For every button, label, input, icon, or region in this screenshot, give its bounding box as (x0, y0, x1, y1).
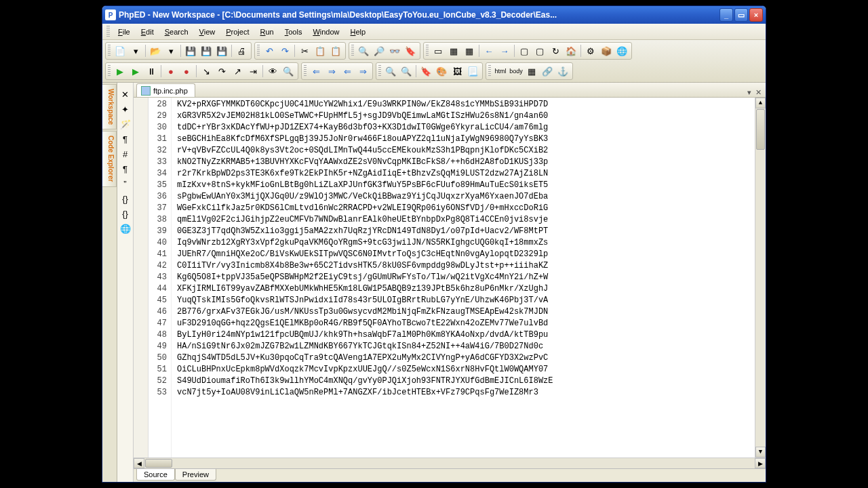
window-icon[interactable]: ▭ (431, 44, 446, 58)
toolbar-handle[interactable] (351, 45, 354, 57)
anchor-icon[interactable]: ⚓ (555, 64, 570, 78)
toolbar-handle[interactable] (488, 65, 491, 77)
toolbar-handle[interactable] (304, 65, 307, 77)
code-line[interactable]: seBGCHihEa8KfcDfM6XfSPLgqBj39J5JoNr0rw46… (177, 134, 752, 145)
new-file-icon[interactable]: 📄 (113, 44, 127, 58)
arrow-right-icon[interactable]: ⇒ (355, 64, 370, 78)
refresh-icon[interactable]: ↻ (548, 44, 563, 58)
binoculars-icon[interactable]: 👓 (387, 44, 402, 58)
menu-handle[interactable] (106, 26, 110, 38)
eval-icon[interactable]: 🔍 (281, 64, 296, 78)
brace-icon[interactable]: {} (119, 207, 132, 220)
watch-icon[interactable]: 👁 (265, 64, 280, 78)
tab-close-icon[interactable]: ✕ (755, 88, 762, 97)
step-over-icon[interactable]: ↷ (214, 64, 229, 78)
sidebar-tab-workspace[interactable]: Workspace (102, 84, 117, 129)
toolbar-handle[interactable] (378, 65, 381, 77)
find-icon[interactable]: 🔍 (356, 44, 371, 58)
save-all-icon[interactable]: 💾 (214, 44, 229, 58)
hash-icon[interactable]: # (119, 148, 132, 160)
close-icon[interactable]: ✕ (119, 88, 132, 100)
grid-icon[interactable]: ▦ (446, 44, 461, 58)
menu-help[interactable]: Help (345, 26, 372, 38)
tag-icon[interactable]: 🔖 (418, 64, 433, 78)
menu-window[interactable]: Window (307, 26, 344, 38)
titlebar[interactable]: P PhpED - New Workspace - [C:\Documents … (102, 6, 766, 24)
toolbar-handle[interactable] (257, 45, 260, 57)
browser-icon[interactable]: 🌐 (614, 44, 629, 58)
paragraph-icon[interactable]: ¶ (119, 133, 132, 145)
table-icon[interactable]: ▦ (524, 64, 539, 78)
find-all-icon[interactable]: 🔍 (399, 64, 414, 78)
code-line[interactable]: JUEhR7/QmniHQXe2oC/BiVsKwUEkSITpwVQSC6N0… (177, 249, 752, 260)
breakpoint-icon[interactable]: ● (163, 64, 178, 78)
html-tag-icon[interactable]: html (493, 64, 508, 78)
tab-dropdown-icon[interactable]: ▾ (747, 88, 751, 97)
close-button[interactable]: × (749, 8, 763, 22)
code-line[interactable]: xGR3VR5X2vJEM02H81kLO0SeTWWC+FUpHMfL5j+s… (177, 110, 752, 122)
save-icon[interactable]: 💾 (183, 44, 198, 58)
minimize-button[interactable]: _ (719, 8, 733, 22)
step-out-icon[interactable]: ↗ (230, 64, 245, 78)
image-icon[interactable]: 🖼 (450, 64, 465, 78)
scroll-right-icon[interactable]: ▶ (755, 458, 766, 468)
code-line[interactable]: KV2+pRXGFYMMKDT60CKpcjU0C4lMUcYW2Whix1/E… (177, 99, 752, 110)
code-line[interactable]: C0I1iTVr/vy3Inicmb8X4b8Be3w+65C2TidvsHTK… (177, 260, 752, 272)
paste-icon[interactable]: 📋 (328, 44, 343, 58)
code-line[interactable]: HA/nSiG9tNr6Jx02mJZG7B2w1LZMNdKBY667YkTC… (177, 341, 752, 352)
maximize-button[interactable]: ▭ (734, 8, 748, 22)
menu-tools[interactable]: Tools (279, 26, 308, 38)
copy-icon[interactable]: 📋 (313, 44, 328, 58)
undo-icon[interactable]: ↶ (262, 44, 277, 58)
pause-icon[interactable]: ⏸ (144, 64, 159, 78)
menu-run[interactable]: Run (255, 26, 279, 38)
menu-search[interactable]: Search (159, 26, 194, 38)
scroll-thumb[interactable] (145, 459, 172, 468)
stop-icon[interactable]: ▢ (517, 44, 532, 58)
code-line[interactable]: tdDC+rYBr3xKDAcYfWU+pJD1ZEX74+KayB6d3bfO… (177, 122, 752, 134)
cut-icon[interactable]: ✂ (297, 44, 312, 58)
code-line[interactable]: mIzKxv+8tnS+kykMFioGnLBtBg0hLiZLaXPJUnfG… (177, 180, 752, 191)
sidebar-tab-code-explorer[interactable]: Code Explorer (102, 131, 117, 186)
code-line[interactable]: XFKjIRMLI6T99yavZABfMXXebUMkWhHE5Km18LGW… (177, 283, 752, 295)
scroll-down-icon[interactable]: ▼ (755, 447, 766, 458)
scroll-left-icon[interactable]: ◀ (134, 458, 144, 468)
arrow-left-icon[interactable]: ⇐ (309, 64, 323, 78)
expand-icon[interactable]: ✦ (119, 103, 132, 115)
scroll-thumb[interactable] (756, 109, 765, 150)
debug-icon[interactable]: ▶ (128, 64, 143, 78)
code-line[interactable]: GZhqjS4WTD5dL5JV+Ku30pqoCqTra9tcQAVeng1A… (177, 352, 752, 364)
open-folder-icon[interactable]: 📂 (148, 44, 163, 58)
save-as-icon[interactable]: 💾 (199, 44, 214, 58)
menu-edit[interactable]: Edit (136, 26, 159, 38)
toolbar-handle[interactable] (426, 45, 429, 57)
arrow-left-icon[interactable]: ⇐ (340, 64, 355, 78)
config-icon[interactable]: ⚙ (583, 44, 598, 58)
horizontal-scrollbar[interactable]: ◀ ▶ (134, 458, 766, 468)
code-line[interactable]: Iq9vWNrzb12XgRY3xVpf2gkuPqaVKM6QoYRgmS+9… (177, 237, 752, 249)
quote-icon[interactable]: ” (119, 178, 132, 190)
menu-project[interactable]: Project (220, 26, 254, 38)
gutter[interactable] (134, 98, 149, 458)
code-line[interactable]: YuqQTskIMIs5GfoQkvsRlWTSJnPwidxiId78s43r… (177, 295, 752, 306)
code-line[interactable]: 0GE3Z3jT7qdQh3W5Zxlio3ggij5aMA2zxh7UqRzj… (177, 226, 752, 237)
package-icon[interactable]: 📦 (599, 44, 614, 58)
code-line[interactable]: sPgbwEwUAnY0x3MijQXJGq0U/z9WlOj3MWC/VeCk… (177, 191, 752, 203)
pilcrow-icon[interactable]: ¶ (119, 163, 132, 175)
toggle-icon[interactable]: ▢ (532, 44, 547, 58)
code-line[interactable]: uF3D2910qGG+hqz2QgsE1QElMKBp0oR4G/RB9f5Q… (177, 318, 752, 329)
step-into-icon[interactable]: ↘ (199, 64, 214, 78)
bottom-tab-source[interactable]: Source (136, 469, 175, 481)
code-line[interactable]: S49UdDioumafiRoTh6I3k9wllhYMoC4mXNQq/gvY… (177, 375, 752, 387)
code-line[interactable]: WGeFxkCilfkJaz5r0KDS6lCmLtvdl6nWc2RRACPD… (177, 203, 752, 214)
find-files-icon[interactable]: 🔎 (372, 44, 387, 58)
breakpoint-list-icon[interactable]: ● (179, 64, 194, 78)
back-icon[interactable]: ← (481, 44, 496, 58)
redo-icon[interactable]: ↷ (277, 44, 292, 58)
globe-icon[interactable]: 🌐 (119, 222, 132, 235)
doc-icon[interactable]: 📃 (465, 64, 480, 78)
code-line[interactable]: kNO2TNyZzKRMAB5+13BUVHYXKcFVqYAAWxdZE2sV… (177, 157, 752, 168)
body-tag-icon[interactable]: body (509, 64, 524, 78)
bottom-tab-preview[interactable]: Preview (175, 469, 216, 481)
arrow-right-icon[interactable]: ⇒ (324, 64, 339, 78)
